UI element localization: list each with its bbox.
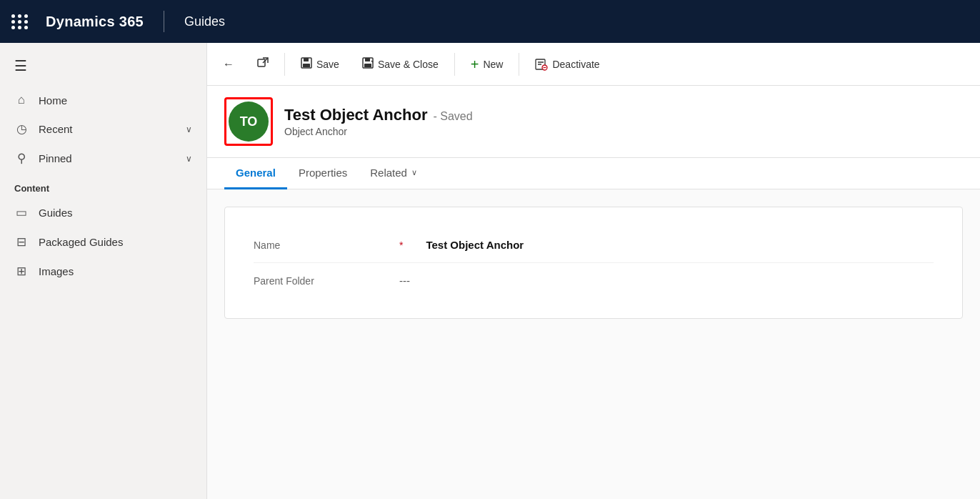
chevron-down-icon: ∨ [186,124,192,134]
new-label: New [483,59,503,70]
save-button[interactable]: Save [291,51,349,77]
app-grid-icon[interactable] [11,14,29,29]
app-module-title: Guides [184,14,225,29]
field-value-name[interactable]: Test Object Anchor [426,239,524,251]
tab-properties[interactable]: Properties [287,158,359,189]
record-header: TO Test Object Anchor - Saved Object Anc… [207,86,980,158]
sidebar-item-home[interactable]: ⌂ Home [0,86,206,114]
tab-general-label: General [236,167,276,179]
images-icon: ⊞ [14,264,29,279]
sidebar: ☰ ⌂ Home ◷ Recent ∨ ⚲ Pinned ∨ Content ▭… [0,43,207,499]
record-title-row: Test Object Anchor - Saved [284,106,473,124]
main-layout: ☰ ⌂ Home ◷ Recent ∨ ⚲ Pinned ∨ Content ▭… [0,43,980,499]
chevron-down-icon: ∨ [411,168,417,177]
sidebar-item-label: Images [39,265,74,277]
field-label-parent-folder: Parent Folder [254,275,382,287]
tab-related[interactable]: Related ∨ [359,158,429,189]
sidebar-item-label: Recent [39,123,73,135]
svg-rect-5 [365,58,370,61]
save-close-label: Save & Close [378,59,439,70]
required-indicator: * [399,239,403,251]
sidebar-item-label: Packaged Guides [39,236,123,248]
recent-icon: ◷ [14,122,29,137]
back-button[interactable]: ← [213,52,244,76]
tabs-bar: General Properties Related ∨ [207,158,980,189]
toolbar-divider [284,53,285,76]
hamburger-icon: ☰ [14,58,27,74]
toolbar-divider-2 [454,53,455,76]
packaged-guides-icon: ⊟ [14,234,29,250]
pin-icon: ⚲ [14,151,29,166]
svg-rect-3 [303,64,310,67]
home-icon: ⌂ [14,93,29,107]
form-content: Name * Test Object Anchor Parent Folder … [207,189,980,499]
form-card: Name * Test Object Anchor Parent Folder … [224,207,963,319]
svg-rect-2 [304,58,309,61]
svg-rect-0 [258,59,265,66]
record-title-block: Test Object Anchor - Saved Object Anchor [284,106,473,137]
app-title: Dynamics 365 [46,14,144,30]
field-value-parent-folder[interactable]: --- [399,275,410,287]
sidebar-item-packaged-guides[interactable]: ⊟ Packaged Guides [0,227,206,257]
record-saved-status: - Saved [433,110,472,123]
save-close-button[interactable]: Save & Close [352,51,449,77]
tab-related-label: Related [370,167,407,179]
sidebar-item-recent[interactable]: ◷ Recent ∨ [0,114,206,144]
back-icon: ← [223,58,234,71]
avatar-initials: TO [240,114,258,129]
sidebar-item-images[interactable]: ⊞ Images [0,257,206,286]
form-row-parent-folder: Parent Folder --- [254,263,934,298]
open-in-new-button[interactable] [247,51,279,77]
avatar-wrapper[interactable]: TO [224,97,273,146]
nav-divider [164,11,164,32]
deactivate-button[interactable]: Deactivate [525,52,609,76]
new-icon: + [471,57,479,71]
sidebar-item-label: Pinned [39,152,72,164]
sidebar-item-label: Guides [39,207,73,219]
hamburger-button[interactable]: ☰ [0,51,206,86]
toolbar: ← [207,43,980,86]
content-area: ← [207,43,980,499]
svg-rect-6 [364,64,371,67]
field-label-name: Name [254,239,382,251]
sidebar-item-guides[interactable]: ▭ Guides [0,198,206,227]
record-subtitle: Object Anchor [284,126,473,137]
sidebar-item-label: Home [39,94,67,107]
deactivate-label: Deactivate [552,59,599,70]
new-button[interactable]: + New [461,51,514,77]
toolbar-divider-3 [519,53,519,76]
form-row-name: Name * Test Object Anchor [254,227,934,263]
guides-icon: ▭ [14,205,29,220]
deactivate-icon [535,58,548,71]
save-close-icon [362,57,374,71]
save-icon [301,57,312,71]
open-new-icon [257,57,269,71]
avatar: TO [229,102,269,142]
chevron-down-icon: ∨ [186,154,192,164]
save-label: Save [316,59,339,70]
tab-properties-label: Properties [299,167,347,179]
sidebar-item-pinned[interactable]: ⚲ Pinned ∨ [0,144,206,173]
record-title: Test Object Anchor [284,106,427,124]
tab-general[interactable]: General [224,158,287,189]
sidebar-section-content: Content [0,173,206,198]
top-nav: Dynamics 365 Guides [0,0,980,43]
